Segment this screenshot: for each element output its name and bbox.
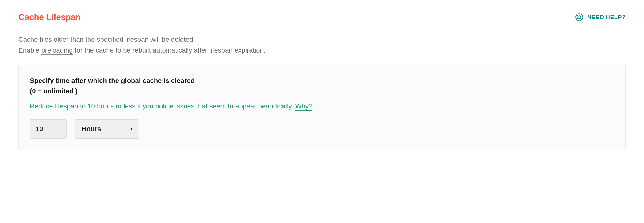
cache-lifespan-settings-box: Specify time after which the global cach…	[18, 65, 626, 150]
lifespan-unit-select-wrap: Hours ▼	[75, 119, 139, 139]
svg-point-1	[578, 16, 581, 18]
preloading-link[interactable]: preloading	[41, 46, 73, 55]
description-line-2: Enable preloading for the cache to be re…	[18, 45, 626, 56]
description-line-2-suffix: for the cache to be rebuilt automaticall…	[73, 46, 266, 54]
svg-line-2	[577, 15, 578, 16]
lifespan-value-input[interactable]	[30, 119, 67, 139]
lifebuoy-icon	[575, 13, 584, 22]
settings-heading-line-2: (0 = unlimited )	[30, 87, 78, 95]
section-title: Cache Lifespan	[18, 12, 81, 22]
settings-heading-line-1: Specify time after which the global cach…	[30, 77, 195, 84]
description-line-1: Cache files older than the specified lif…	[18, 34, 626, 45]
lifespan-unit-select[interactable]: Hours	[75, 119, 139, 139]
settings-hint: Reduce lifespan to 10 hours or less if y…	[30, 102, 614, 110]
settings-heading: Specify time after which the global cach…	[30, 76, 614, 96]
lifespan-input-row: Hours ▼	[30, 119, 614, 139]
need-help-link[interactable]: NEED HELP?	[575, 13, 626, 22]
section-header: Cache Lifespan NEED HELP?	[18, 12, 626, 27]
section-description: Cache files older than the specified lif…	[18, 34, 626, 56]
need-help-label: NEED HELP?	[587, 14, 626, 21]
settings-hint-prefix: Reduce lifespan to 10 hours or less if y…	[30, 102, 295, 110]
svg-line-4	[580, 15, 582, 16]
svg-line-5	[577, 18, 578, 20]
why-link[interactable]: Why?	[295, 102, 312, 111]
description-line-2-prefix: Enable	[18, 46, 41, 54]
svg-line-3	[580, 18, 582, 20]
